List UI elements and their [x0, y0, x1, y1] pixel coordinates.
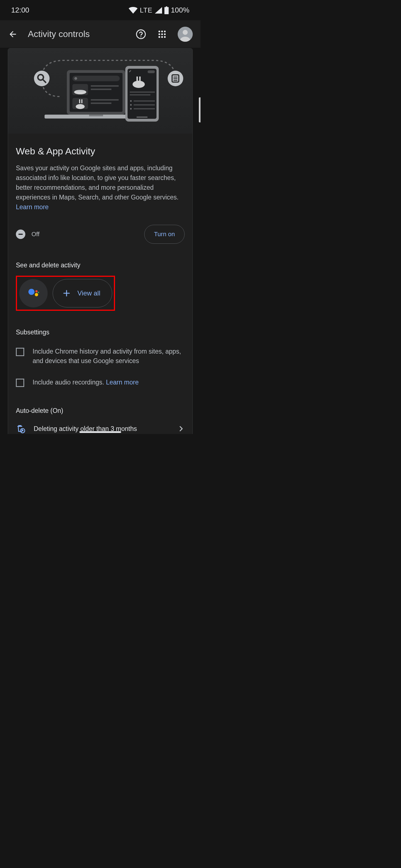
turn-on-button[interactable]: Turn on — [144, 225, 184, 244]
svg-rect-31 — [81, 99, 82, 103]
battery-icon — [164, 6, 169, 14]
svg-point-44 — [130, 100, 132, 102]
svg-rect-22 — [73, 76, 120, 81]
help-button[interactable] — [135, 29, 146, 40]
app-bar: Activity controls — [0, 20, 200, 48]
google-assistant-icon — [27, 287, 40, 300]
audio-text: Include audio recordings. — [33, 379, 106, 386]
arrow-left-icon — [8, 30, 18, 39]
svg-point-52 — [35, 290, 37, 292]
svg-point-7 — [159, 36, 160, 37]
signal-icon — [155, 7, 162, 13]
page-title: Activity controls — [28, 29, 125, 39]
svg-point-54 — [38, 291, 39, 293]
description-text: Saves your activity on Google sites and … — [16, 164, 178, 201]
audio-recordings-checkbox[interactable] — [16, 379, 24, 387]
scroll-indicator — [199, 97, 200, 122]
section-description: Saves your activity on Google sites and … — [16, 163, 184, 212]
status-battery: 100% — [171, 6, 190, 14]
svg-point-6 — [164, 33, 166, 35]
svg-point-3 — [164, 30, 166, 32]
svg-point-48 — [130, 108, 132, 110]
svg-point-51 — [28, 289, 34, 295]
section-title: Web & App Activity — [16, 146, 184, 157]
see-delete-heading: See and delete activity — [8, 252, 193, 276]
highlighted-region: View all — [16, 276, 115, 311]
auto-delete-icon — [16, 424, 25, 433]
svg-point-1 — [159, 30, 160, 32]
svg-point-8 — [161, 36, 163, 37]
subsettings-heading: Subsettings — [8, 316, 193, 343]
help-icon — [136, 29, 146, 39]
back-button[interactable] — [8, 29, 18, 39]
apps-grid-icon — [157, 30, 167, 39]
svg-point-2 — [161, 30, 163, 32]
audio-recordings-label: Include audio recordings. Learn more — [33, 377, 139, 387]
activity-card: Web & App Activity Saves your activity o… — [8, 48, 193, 434]
hero-illustration — [8, 49, 193, 133]
svg-point-12 — [34, 71, 50, 86]
status-bar: 12:00 LTE 100% — [0, 0, 200, 20]
svg-point-39 — [133, 81, 145, 88]
svg-rect-30 — [79, 99, 80, 103]
svg-rect-38 — [148, 70, 155, 73]
audio-learn-more-link[interactable]: Learn more — [106, 379, 139, 386]
person-icon — [178, 27, 193, 42]
status-row: Off Turn on — [8, 215, 193, 252]
wifi-icon — [128, 7, 138, 13]
status-right: LTE 100% — [128, 6, 189, 14]
main-section: Web & App Activity Saves your activity o… — [8, 133, 193, 215]
view-all-button[interactable]: View all — [53, 279, 112, 307]
account-avatar[interactable] — [178, 27, 193, 42]
chevron-right-icon — [177, 425, 184, 432]
svg-point-4 — [159, 33, 160, 35]
svg-point-11 — [183, 30, 188, 35]
status-time: 12:00 — [11, 6, 29, 14]
off-status-label: Off — [31, 230, 39, 238]
svg-rect-40 — [137, 76, 138, 82]
subsetting-chrome-row[interactable]: Include Chrome history and activity from… — [8, 343, 193, 374]
svg-point-29 — [76, 104, 85, 109]
plus-icon — [62, 289, 71, 298]
off-status-icon — [16, 229, 25, 239]
svg-rect-50 — [137, 117, 148, 118]
chrome-history-checkbox[interactable] — [16, 348, 24, 356]
learn-more-link[interactable]: Learn more — [16, 204, 49, 211]
chrome-history-label: Include Chrome history and activity from… — [33, 347, 184, 366]
activity-chips: View all — [8, 276, 193, 316]
svg-point-5 — [161, 33, 163, 35]
view-all-label: View all — [78, 289, 100, 297]
svg-rect-41 — [139, 76, 141, 82]
svg-point-23 — [74, 77, 77, 80]
svg-rect-37 — [127, 69, 156, 119]
svg-point-9 — [164, 36, 166, 37]
svg-rect-35 — [89, 115, 103, 116]
assistant-activity-button[interactable] — [19, 279, 48, 307]
autodelete-heading: Auto-delete (On) — [8, 395, 193, 421]
svg-point-46 — [130, 104, 132, 106]
apps-button[interactable] — [156, 29, 168, 40]
status-lte: LTE — [140, 6, 152, 14]
svg-point-53 — [35, 293, 38, 296]
subsetting-audio-row[interactable]: Include audio recordings. Learn more — [8, 374, 193, 395]
nav-handle — [79, 431, 121, 433]
